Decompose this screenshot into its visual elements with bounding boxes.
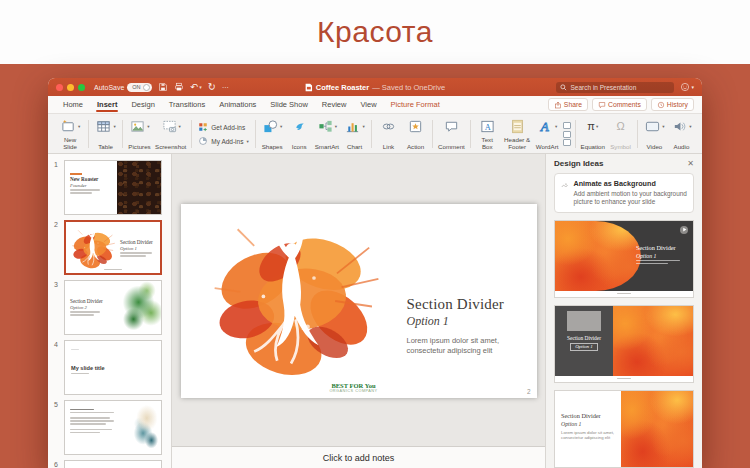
notes-pane[interactable]: Click to add notes bbox=[172, 446, 545, 468]
slide-1-number: 1 bbox=[48, 160, 64, 215]
document-icon bbox=[305, 83, 313, 92]
slide-row-4: 4 My slide title bbox=[48, 340, 167, 395]
tab-animations[interactable]: Animations bbox=[212, 96, 263, 113]
zoom-window-icon[interactable] bbox=[78, 84, 85, 91]
share-button[interactable]: Share bbox=[548, 98, 588, 111]
comments-icon bbox=[598, 101, 606, 109]
slide-row-3: 3 Section Divider Option 2 bbox=[48, 280, 167, 335]
comments-button[interactable]: Comments bbox=[592, 98, 647, 111]
current-slide[interactable]: Section Divider Option 1 Lorem ipsum dol… bbox=[181, 204, 537, 398]
slide-5-number: 5 bbox=[48, 400, 64, 455]
date-time-icon[interactable] bbox=[563, 131, 571, 138]
symbol-icon: Ω bbox=[616, 121, 624, 132]
design-1-title: Section Divider bbox=[636, 245, 688, 252]
action-button[interactable]: Action bbox=[403, 116, 428, 152]
search-input[interactable]: Search in Presentation bbox=[556, 82, 674, 93]
close-window-icon[interactable] bbox=[56, 84, 63, 91]
slide-2-thumbnail[interactable]: Section Divider Option 1 bbox=[64, 220, 162, 275]
icons-button[interactable]: Icons bbox=[287, 116, 312, 152]
design-idea-1[interactable]: Section Divider Option 1 bbox=[554, 220, 694, 298]
toggle-knob-icon bbox=[143, 84, 150, 91]
card-title: Animate as Background bbox=[574, 179, 688, 188]
pictures-button[interactable]: ▾ Pictures bbox=[127, 116, 152, 152]
header-footer-icon bbox=[510, 119, 525, 134]
design-2-placeholder-image bbox=[567, 311, 601, 331]
tab-home[interactable]: Home bbox=[56, 96, 90, 113]
tab-picture-format[interactable]: Picture Format bbox=[384, 96, 447, 113]
tab-transitions[interactable]: Transitions bbox=[162, 96, 212, 113]
animate-badge-icon bbox=[680, 226, 688, 234]
more-commands-icon[interactable]: ⋯ bbox=[222, 84, 229, 91]
search-icon bbox=[560, 84, 567, 91]
video-button[interactable]: ▾ Video bbox=[642, 116, 667, 152]
slide-body-text[interactable]: Lorem ipsum dolor sit amet, consectetur … bbox=[407, 336, 529, 356]
slide-6-thumbnail[interactable] bbox=[64, 460, 162, 468]
slide-title-text[interactable]: Section Divider bbox=[407, 296, 529, 313]
minimize-window-icon[interactable] bbox=[67, 84, 74, 91]
close-icon[interactable]: ✕ bbox=[687, 160, 694, 168]
slide-3-thumbnail[interactable]: Section Divider Option 2 bbox=[64, 280, 162, 335]
search-placeholder: Search in Presentation bbox=[570, 84, 636, 91]
design-3-body: Lorem ipsum dolor sit amet, consectetur … bbox=[561, 430, 621, 441]
symbol-button: Ω Symbol bbox=[608, 116, 633, 152]
design-idea-3[interactable]: Section Divider Option 1 Lorem ipsum dol… bbox=[554, 390, 694, 468]
tab-slide-show[interactable]: Slide Show bbox=[263, 96, 315, 113]
text-box-icon: A bbox=[479, 119, 496, 134]
get-add-ins-button[interactable]: Get Add-ins bbox=[198, 122, 248, 132]
floral-dancer-artwork[interactable] bbox=[193, 209, 389, 393]
slide-4-number: 4 bbox=[48, 340, 64, 395]
tab-insert[interactable]: Insert bbox=[90, 96, 124, 113]
slide-number-field: 2 bbox=[527, 388, 531, 395]
new-slide-button[interactable]: ▾ New Slide bbox=[56, 116, 84, 152]
design-ideas-panel: Design Ideas ✕ Animate as Background Add… bbox=[545, 154, 702, 468]
feedback-button[interactable]: ▾ bbox=[680, 82, 694, 92]
tab-design[interactable]: Design bbox=[124, 96, 161, 113]
ribbon-tab-bar: Home Insert Design Transitions Animation… bbox=[48, 96, 702, 114]
slide-number-icon[interactable] bbox=[563, 122, 571, 129]
link-button[interactable]: Link bbox=[376, 116, 401, 152]
logo-line-1: BEST FOR You bbox=[319, 382, 389, 389]
redo-button[interactable]: ↻ bbox=[208, 82, 216, 92]
my-add-ins-button[interactable]: My Add-ins ▾ bbox=[198, 136, 248, 146]
logo-line-2: ORGANICS COMPANY bbox=[319, 389, 389, 393]
equation-icon: π bbox=[587, 121, 595, 132]
history-button[interactable]: History bbox=[651, 98, 694, 111]
table-button[interactable]: ▾ Table bbox=[93, 116, 118, 152]
autosave-toggle[interactable]: ON bbox=[127, 83, 152, 92]
slide-logo: BEST FOR You ORGANICS COMPANY bbox=[319, 382, 389, 394]
object-icon[interactable] bbox=[563, 139, 571, 146]
slide-4-thumbnail[interactable]: My slide title bbox=[64, 340, 162, 395]
powerpoint-window: AutoSave ON ↶▾ ↻ ⋯ Coffee Roaster — Save… bbox=[48, 78, 702, 468]
share-icon bbox=[554, 101, 562, 109]
slide-text-block[interactable]: Section Divider Option 1 Lorem ipsum dol… bbox=[407, 296, 529, 356]
slide-3-number: 3 bbox=[48, 280, 64, 335]
design-ideas-title: Design Ideas bbox=[554, 159, 603, 168]
text-box-button[interactable]: A Text Box bbox=[475, 116, 500, 152]
document-title: Coffee Roaster bbox=[316, 83, 369, 92]
my-add-ins-label: My Add-ins bbox=[211, 138, 243, 145]
comment-button[interactable]: Comment bbox=[437, 116, 466, 152]
print-button[interactable] bbox=[174, 82, 184, 92]
animate-background-card[interactable]: Animate as Background Add ambient motion… bbox=[554, 173, 694, 213]
tab-view[interactable]: View bbox=[353, 96, 383, 113]
smartart-button[interactable]: ▾ SmartArt bbox=[314, 116, 340, 152]
save-button[interactable] bbox=[158, 82, 168, 92]
equation-button[interactable]: π▾ Equation bbox=[580, 116, 606, 152]
slide-5-thumbnail[interactable] bbox=[64, 400, 162, 455]
slide-1-thumbnail[interactable]: New Roaster Founder bbox=[64, 160, 162, 215]
slide-canvas[interactable]: Section Divider Option 1 Lorem ipsum dol… bbox=[172, 154, 545, 446]
page-title: Красота bbox=[317, 15, 433, 49]
slide-subtitle-text[interactable]: Option 1 bbox=[407, 314, 529, 329]
screenshot-button[interactable]: ▾ Screenshot bbox=[154, 116, 187, 152]
shapes-button[interactable]: ▾ Shapes bbox=[260, 116, 285, 152]
audio-button[interactable]: ▾ Audio bbox=[669, 116, 694, 152]
undo-button[interactable]: ↶▾ bbox=[190, 82, 201, 92]
slide-thumbnail-panel: 1 New Roaster Founder 2 bbox=[48, 154, 172, 468]
design-idea-2[interactable]: Section Divider Option 1 bbox=[554, 305, 694, 383]
header-footer-button[interactable]: Header & Footer bbox=[502, 116, 533, 152]
chart-button[interactable]: ▾ Chart bbox=[342, 116, 367, 152]
floral-dancer-image bbox=[68, 225, 116, 273]
design-idea-2-flames-image bbox=[613, 306, 693, 376]
wordart-button[interactable]: A▾ WordArt bbox=[535, 116, 560, 152]
tab-review[interactable]: Review bbox=[315, 96, 354, 113]
